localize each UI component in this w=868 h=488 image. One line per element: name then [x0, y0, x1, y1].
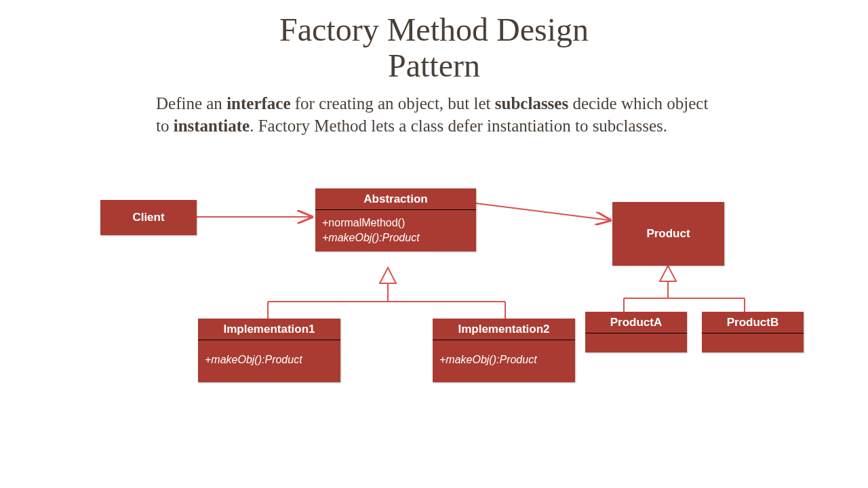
desc-t4: . Factory Method lets a class defer inst…	[250, 117, 667, 135]
svg-marker-5	[660, 266, 676, 281]
impl2-method: +makeObj():Product	[439, 352, 568, 367]
inheritance-product	[624, 266, 745, 312]
box-implementation1: Implementation1 +makeObj():Product	[198, 319, 340, 382]
svg-marker-0	[380, 268, 396, 283]
box-product-b: ProductB	[702, 312, 804, 352]
abstraction-method-1: +normalMethod()	[322, 216, 469, 230]
desc-t1: Define an	[156, 94, 226, 113]
impl2-title: Implementation2	[433, 319, 575, 340]
box-product: Product	[612, 202, 724, 266]
product-label: Product	[646, 227, 690, 241]
impl1-method: +makeObj():Product	[205, 352, 334, 367]
desc-t2: for creating an object, but let	[291, 94, 495, 113]
desc-b1: interface	[226, 94, 290, 113]
box-client: Client	[100, 200, 197, 235]
box-implementation2: Implementation2 +makeObj():Product	[433, 319, 575, 382]
abstraction-method-2: +makeObj():Product	[322, 230, 469, 245]
abstraction-title: Abstraction	[315, 188, 476, 210]
page-title: Factory Method Design Pattern	[0, 0, 868, 84]
product-a-label: ProductA	[585, 312, 687, 333]
product-b-label: ProductB	[702, 312, 804, 333]
arrow-abstraction-product	[476, 203, 610, 220]
impl1-title: Implementation1	[198, 319, 340, 340]
desc-b2: subclasses	[495, 94, 568, 113]
title-line-1: Factory Method Design	[279, 12, 589, 47]
desc-b3: instantiate	[174, 117, 250, 135]
inheritance-abstraction	[268, 268, 505, 319]
description: Define an interface for creating an obje…	[156, 92, 712, 138]
title-line-2: Pattern	[388, 47, 480, 83]
box-product-a: ProductA	[585, 312, 687, 352]
box-abstraction: Abstraction +normalMethod() +makeObj():P…	[315, 188, 476, 251]
client-label: Client	[132, 211, 164, 224]
